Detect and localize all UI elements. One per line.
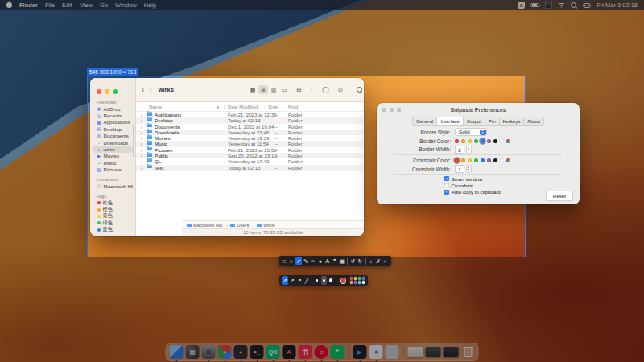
arrow-tool[interactable]: ↗ — [295, 257, 302, 265]
column-header-date[interactable]: Date Modified — [228, 105, 258, 109]
back-button[interactable]: ‹ — [142, 85, 144, 94]
arrow-style-thin[interactable]: ↗ — [282, 276, 288, 285]
palette-color-swatch[interactable] — [354, 281, 357, 283]
sidebar-scrollbar[interactable] — [133, 125, 134, 157]
disclosure-triangle[interactable] — [141, 153, 142, 158]
palette-color-swatch[interactable] — [350, 281, 353, 283]
palette-color-swatch[interactable] — [354, 277, 357, 279]
confirm-button[interactable]: ✓ — [382, 257, 389, 265]
sidebar-item-downloads[interactable]: ↓ Downloads — [93, 139, 133, 146]
preferences-checkbox[interactable]: Auto copy to clipboard — [444, 190, 644, 195]
list-view-button[interactable]: ≣ — [258, 85, 268, 94]
palette-color-swatch[interactable] — [358, 277, 361, 279]
blob-tool[interactable]: ● — [317, 257, 324, 265]
border-color-swatch[interactable] — [481, 139, 485, 144]
redo-button[interactable]: ↻ — [357, 257, 364, 265]
disclosure-triangle[interactable] — [141, 141, 142, 146]
sidebar-item-recents[interactable]: ◷ Recents — [93, 112, 133, 118]
preferences-checkbox[interactable]: Crosshair — [444, 183, 644, 187]
checkbox-box[interactable] — [444, 183, 449, 188]
crosshair-color-swatch[interactable] — [493, 158, 497, 162]
arrow-style-bold[interactable]: ↗ — [296, 276, 303, 285]
ellipse-tool[interactable]: ○ — [288, 257, 295, 265]
crosshair-color-swatch[interactable] — [455, 158, 460, 163]
preferences-tab[interactable]: Output — [463, 117, 485, 126]
border-color-swatch[interactable] — [461, 139, 465, 143]
disclosure-triangle[interactable] — [141, 130, 142, 135]
disclosure-triangle[interactable] — [141, 124, 142, 130]
custom-color-swatch[interactable] — [506, 158, 510, 162]
crosshair-color-swatch[interactable] — [461, 158, 465, 162]
marker-tool[interactable]: ✏ — [310, 257, 316, 265]
disclosure-triangle[interactable] — [141, 112, 142, 117]
zoom-window-button[interactable] — [113, 89, 118, 94]
Downloads[interactable]: Downloads Yesterday at 21:46 -- Folder — [136, 130, 363, 135]
forward-button[interactable]: › — [149, 85, 151, 94]
reset-button[interactable]: Reset — [546, 191, 573, 200]
action-menu-button[interactable]: ⊙ — [338, 86, 343, 93]
border-color-swatch[interactable] — [487, 139, 491, 143]
path-bar-item[interactable]: wirks — [257, 223, 274, 228]
stroke-size-large[interactable] — [328, 276, 334, 285]
path-bar-item[interactable]: Users — [230, 223, 254, 228]
annotation-tool[interactable] — [365, 258, 366, 265]
sidebar-item-applications[interactable]: ▦ Applications — [93, 119, 133, 125]
minimize-window-button[interactable] — [105, 89, 109, 94]
icon-view-button[interactable]: ▦ — [248, 85, 258, 94]
palette-color-swatch[interactable] — [358, 281, 361, 283]
callout-tool[interactable]: ❞ — [332, 257, 338, 265]
border-width-stepper[interactable]: 2 — [455, 146, 472, 154]
download-button[interactable]: ↓ — [368, 257, 374, 265]
Documents[interactable]: Documents Dec 1, 2022 at 16:04 -- Folder — [136, 124, 363, 130]
sidebar-item-desktop[interactable]: ▤ Desktop — [93, 125, 133, 132]
sidebar-item-wirks[interactable]: ⌂ wirks — [93, 146, 133, 152]
crosshair-color-swatch[interactable] — [487, 158, 491, 162]
Movies[interactable]: Movies Yesterday at 19:39 -- Folder — [136, 135, 363, 141]
stepper-arrows-icon[interactable] — [466, 165, 472, 173]
pen-tool[interactable]: ✎ — [303, 257, 309, 265]
tag-button[interactable]: ◯ — [322, 86, 328, 93]
Desktop[interactable]: Desktop Today at 02:13 -- Folder — [136, 117, 363, 123]
border-color-swatch[interactable] — [455, 139, 459, 143]
text-tool[interactable]: A — [324, 257, 331, 265]
border-color-swatch[interactable] — [468, 139, 472, 143]
share-button[interactable]: ↑ — [311, 86, 314, 93]
stroke-size-medium[interactable] — [321, 276, 327, 285]
column-view-button[interactable]: ▥ — [269, 85, 279, 94]
gallery-view-button[interactable]: ▭ — [279, 85, 289, 94]
rectangle-tool[interactable]: □ — [281, 257, 287, 265]
sidebar-item-documents[interactable]: ▥ Documents — [93, 133, 133, 139]
crosshair-width-stepper[interactable]: 1 — [455, 165, 472, 173]
column-header-size[interactable]: Size — [265, 105, 278, 109]
sidebar-tag-item[interactable]: 蓝色 — [93, 227, 133, 233]
border-color-swatch[interactable] — [493, 139, 497, 143]
sidebar-tag-item[interactable]: 黄色 — [93, 213, 133, 220]
Music[interactable]: Music Yesterday at 11:54 -- Folder — [136, 141, 363, 146]
preferences-tab[interactable]: About — [523, 117, 544, 126]
disclosure-triangle[interactable] — [141, 135, 142, 141]
border-color-swatch[interactable] — [500, 139, 504, 143]
Public[interactable]: Public Sep 20, 2022 at 23:10 -- Folder — [136, 153, 363, 158]
Test[interactable]: Test Today at 02:13 -- Folder — [136, 165, 363, 171]
crosshair-color-swatch[interactable] — [481, 158, 485, 162]
custom-color-swatch[interactable] — [506, 139, 510, 143]
sidebar-item-airdrop[interactable]: ◉ AirDrop — [93, 105, 133, 112]
column-header-name[interactable]: Name — [149, 105, 162, 109]
checkbox-box[interactable] — [444, 176, 449, 181]
sidebar-item-pictures[interactable]: ▧ Pictures — [93, 167, 133, 173]
preferences-checkbox[interactable]: Smart window — [444, 176, 644, 181]
undo-button[interactable]: ↺ — [350, 257, 357, 265]
stroke-size-small[interactable] — [315, 276, 320, 285]
crosshair-color-swatch[interactable] — [500, 158, 504, 162]
QL[interactable]: QL Yesterday at 17:42 -- Folder — [136, 158, 363, 164]
Pictures[interactable]: Pictures Feb 21, 2023 at 15:55 -- Folder — [136, 147, 363, 153]
border-style-popup[interactable]: Solid — [455, 128, 487, 136]
border-color-swatch[interactable] — [474, 139, 478, 143]
preferences-tab[interactable]: Pin — [485, 117, 499, 126]
line-style[interactable]: ╱ — [303, 276, 310, 285]
disclosure-triangle[interactable] — [141, 165, 142, 171]
sidebar-tag-item[interactable]: 橙色 — [93, 206, 133, 212]
cancel-button[interactable]: ✗ — [375, 257, 382, 265]
stepper-arrows-icon[interactable] — [466, 146, 472, 154]
palette-color-swatch[interactable] — [362, 281, 365, 283]
